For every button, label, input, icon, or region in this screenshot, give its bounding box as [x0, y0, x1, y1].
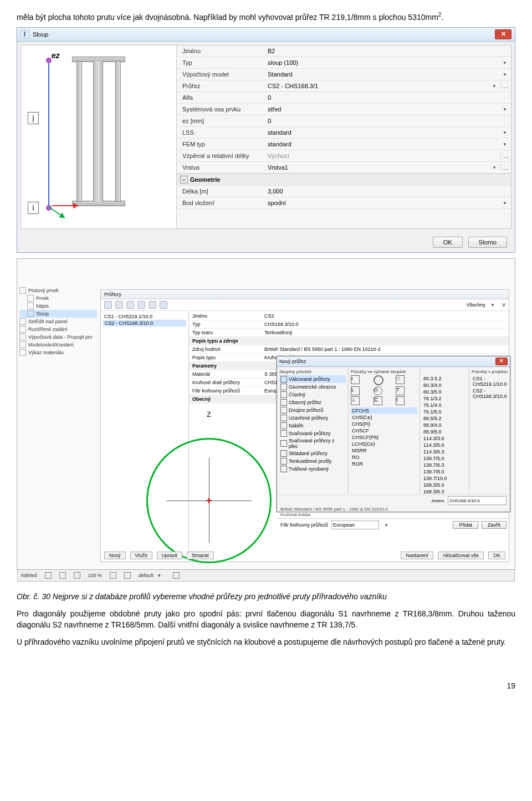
list-item[interactable]: CHS(Ce): [351, 414, 417, 421]
list-item[interactable]: Válcované průřezy: [279, 375, 346, 383]
list-item[interactable]: CHSCF: [351, 427, 417, 434]
close-icon[interactable]: ✕: [495, 29, 511, 39]
toolbar-icon[interactable]: [149, 301, 156, 309]
toolbar-icon[interactable]: [160, 301, 167, 309]
status-icon[interactable]: [173, 572, 180, 579]
chevron-down-icon[interactable]: ▼: [501, 199, 509, 207]
chevron-down-icon[interactable]: ▼: [501, 140, 509, 148]
figure-caption: Obr. č. 30 Nejprve si z databáze profilů…: [17, 592, 515, 601]
chevron-down-icon[interactable]: ▼: [382, 521, 390, 529]
filter-combo[interactable]: Všechny: [466, 302, 485, 308]
axis-green-icon: [48, 206, 64, 218]
dialog-titlebar: Sloup ✕: [17, 28, 515, 42]
ellipsis-button[interactable]: …: [500, 83, 511, 89]
hollow-circle-icon: [146, 438, 272, 563]
list-item[interactable]: CHSCF(PIt): [351, 434, 417, 441]
zoom-value[interactable]: 100 %: [88, 573, 103, 578]
ok-button[interactable]: OK: [433, 237, 463, 248]
hollow-circle-icon[interactable]: [374, 375, 383, 385]
chevron-down-icon[interactable]: ▼: [501, 105, 509, 113]
add-button[interactable]: Přidat: [453, 521, 478, 529]
shape-icon[interactable]: T: [396, 386, 405, 395]
chevron-down-icon[interactable]: ▼: [155, 572, 163, 579]
shape-icon[interactable]: I: [351, 375, 360, 384]
list-item[interactable]: Tvářené vyrobený: [279, 465, 346, 473]
refresh-button[interactable]: Aktualizovat vše: [438, 552, 484, 559]
shape-icon[interactable]: O: [374, 386, 382, 395]
column-preview: ez j i: [21, 45, 177, 228]
toolbar-icon[interactable]: [126, 301, 134, 309]
list-item[interactable]: CS1 - CHS219.1/10.0: [103, 313, 186, 320]
z-axis-label: Z: [207, 411, 211, 419]
list-item[interactable]: Uzavřené průřezy: [279, 414, 346, 422]
ellipsis-button[interactable]: …: [500, 164, 511, 171]
list-item[interactable]: Dvojice průřezů: [279, 406, 346, 414]
collapse-icon[interactable]: −: [180, 176, 188, 183]
status-icon[interactable]: [59, 572, 66, 579]
shape-icon[interactable]: ⊏: [374, 396, 382, 405]
new-button[interactable]: Nový: [104, 552, 126, 559]
status-icon[interactable]: [110, 572, 116, 579]
list-item[interactable]: LCHS(Ce): [351, 441, 417, 447]
list-item[interactable]: Číselný: [279, 391, 346, 399]
list-item[interactable]: ROR: [351, 461, 417, 467]
status-item: Náhled: [21, 572, 37, 579]
toolbar-icon[interactable]: [137, 301, 145, 309]
geometry-header: −Geometrie: [177, 174, 511, 186]
close-button[interactable]: Zavřít: [482, 521, 507, 529]
list-item[interactable]: Tenkostěnné profily: [279, 457, 346, 465]
items-column: Položky ve vybrané skupině I □ L O T ⊥ ⊏…: [349, 367, 420, 494]
shape-icon[interactable]: Ⲓ: [396, 396, 405, 405]
list-item[interactable]: CS2 - CHS168.3/10.0: [103, 320, 186, 326]
page-number: 19: [17, 681, 515, 690]
intro-paragraph: měla být plocha tohoto prutu více jak dv…: [17, 11, 515, 23]
ellipsis-button[interactable]: …: [500, 152, 511, 159]
chevron-down-icon[interactable]: ▼: [490, 82, 498, 90]
status-icon[interactable]: [45, 572, 52, 579]
status-icon[interactable]: [74, 572, 80, 579]
list-item[interactable]: Náběh: [279, 422, 346, 430]
jmeno-label: Jméno: [431, 498, 444, 503]
filter-combo[interactable]: [331, 521, 379, 529]
storno-button[interactable]: Storno: [468, 237, 507, 248]
list-item[interactable]: Svařované průřezy z plec: [279, 437, 346, 450]
insert-button[interactable]: Vložit: [130, 552, 152, 559]
sloup-dialog: Sloup ✕ ez j i JménoB2 Typsloup (100)▼ V…: [17, 27, 515, 253]
list-item[interactable]: Obecný průřez: [279, 399, 346, 406]
delete-button[interactable]: Smazat: [187, 552, 214, 559]
axis-red-icon: [52, 205, 78, 206]
edit-button[interactable]: Upravit: [157, 552, 183, 559]
navigator-tree: Prutový prvek Prvek Nápis Sloup Setřídit…: [19, 287, 97, 353]
chevron-down-icon[interactable]: ▼: [501, 129, 509, 136]
list-item[interactable]: Svařované průřezy: [279, 430, 346, 437]
toolbar-icon[interactable]: [104, 301, 112, 309]
project-items-column: Položky v projektu CS1 - CHS219.1/10.0 C…: [469, 367, 510, 494]
chevron-down-icon[interactable]: ▼: [501, 70, 509, 78]
chevron-down-icon[interactable]: ▼: [490, 164, 498, 171]
chevron-down-icon[interactable]: ▼: [501, 59, 509, 67]
jmeno-input[interactable]: [448, 496, 507, 505]
list-item[interactable]: CHS(Pi): [351, 421, 417, 427]
list-item[interactable]: Skládané průřezy: [279, 450, 346, 457]
intro-dot: .: [441, 13, 443, 22]
shape-icon[interactable]: □: [396, 375, 405, 384]
sections-editor-screenshot: Prutový prvek Prvek Nápis Sloup Setřídit…: [17, 258, 515, 570]
settings-button[interactable]: Nastavení: [401, 552, 433, 559]
toolbar-icon[interactable]: [115, 301, 123, 309]
sloup-icon: [21, 30, 29, 39]
layer-combo[interactable]: default: [139, 573, 154, 578]
i-node-label: i: [28, 202, 39, 214]
list-item[interactable]: RO: [351, 454, 417, 461]
status-icon[interactable]: [124, 572, 131, 579]
ok-button[interactable]: OK: [488, 552, 505, 559]
prop-row: JménoB2: [177, 45, 511, 57]
body-paragraph: U příhradového vazníku uvolníme připojen…: [17, 637, 515, 648]
close-icon[interactable]: ✕: [495, 358, 508, 365]
prurezy-toolbar: Všechny ▼ V: [101, 299, 509, 311]
list-item[interactable]: MSRR: [351, 447, 417, 454]
shape-icon[interactable]: ⊥: [351, 396, 360, 405]
list-item[interactable]: CFCHS: [351, 407, 417, 414]
chevron-down-icon[interactable]: ▼: [489, 301, 497, 309]
list-item[interactable]: Geometrické obrazce: [279, 383, 346, 391]
shape-icon[interactable]: L: [351, 386, 360, 395]
